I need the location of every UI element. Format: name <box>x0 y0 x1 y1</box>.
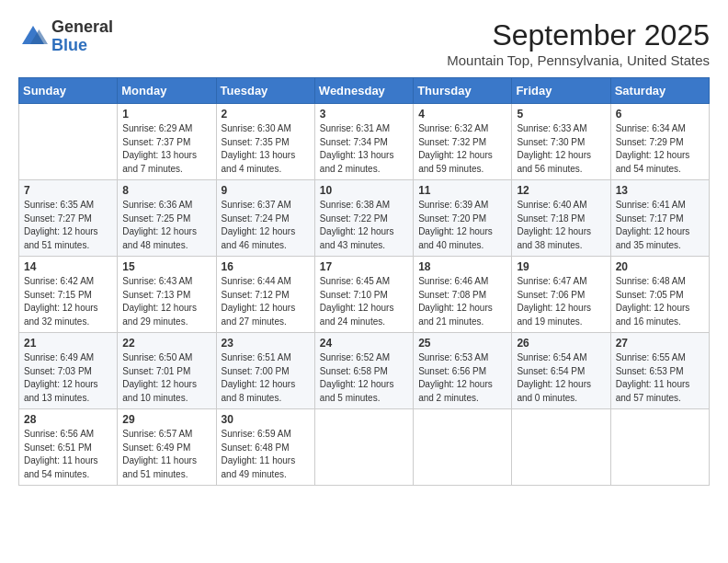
cell-date-number: 30 <box>222 413 310 426</box>
day-of-week-header: Monday <box>118 78 216 104</box>
calendar-cell: 17Sunrise: 6:45 AM Sunset: 7:10 PM Dayli… <box>314 257 413 333</box>
calendar-week-row: 1Sunrise: 6:29 AM Sunset: 7:37 PM Daylig… <box>19 104 710 180</box>
cell-date-number: 1 <box>122 108 210 121</box>
cell-info: Sunrise: 6:33 AM Sunset: 7:30 PM Dayligh… <box>517 122 605 176</box>
cell-date-number: 7 <box>24 184 112 197</box>
cell-info: Sunrise: 6:43 AM Sunset: 7:13 PM Dayligh… <box>122 275 210 328</box>
cell-date-number: 21 <box>24 337 112 350</box>
calendar-cell: 27Sunrise: 6:55 AM Sunset: 6:53 PM Dayli… <box>610 333 709 409</box>
calendar-cell: 23Sunrise: 6:51 AM Sunset: 7:00 PM Dayli… <box>216 333 314 409</box>
day-of-week-header: Wednesday <box>314 78 413 104</box>
day-of-week-header: Tuesday <box>216 78 314 104</box>
cell-info: Sunrise: 6:36 AM Sunset: 7:25 PM Dayligh… <box>122 199 210 252</box>
cell-date-number: 19 <box>517 260 605 273</box>
cell-date-number: 28 <box>24 413 112 426</box>
cell-info: Sunrise: 6:53 AM Sunset: 6:56 PM Dayligh… <box>418 351 506 405</box>
calendar-cell: 7Sunrise: 6:35 AM Sunset: 7:27 PM Daylig… <box>19 180 118 257</box>
cell-info: Sunrise: 6:42 AM Sunset: 7:15 PM Dayligh… <box>24 275 112 328</box>
calendar-cell: 10Sunrise: 6:38 AM Sunset: 7:22 PM Dayli… <box>314 180 413 257</box>
calendar-table: SundayMondayTuesdayWednesdayThursdayFrid… <box>18 77 710 486</box>
calendar-cell <box>414 409 512 486</box>
calendar-cell: 21Sunrise: 6:49 AM Sunset: 7:03 PM Dayli… <box>19 333 118 409</box>
calendar-cell: 6Sunrise: 6:34 AM Sunset: 7:29 PM Daylig… <box>610 104 709 180</box>
cell-date-number: 15 <box>122 260 210 273</box>
cell-date-number: 12 <box>517 184 605 197</box>
cell-date-number: 22 <box>122 337 210 350</box>
calendar-cell: 15Sunrise: 6:43 AM Sunset: 7:13 PM Dayli… <box>118 257 216 333</box>
calendar-cell: 30Sunrise: 6:59 AM Sunset: 6:48 PM Dayli… <box>216 409 314 486</box>
cell-date-number: 27 <box>616 337 704 350</box>
calendar-cell: 11Sunrise: 6:39 AM Sunset: 7:20 PM Dayli… <box>414 180 512 257</box>
logo: General Blue <box>18 18 113 55</box>
cell-info: Sunrise: 6:56 AM Sunset: 6:51 PM Dayligh… <box>24 428 112 481</box>
calendar-week-row: 21Sunrise: 6:49 AM Sunset: 7:03 PM Dayli… <box>19 333 710 409</box>
cell-info: Sunrise: 6:40 AM Sunset: 7:18 PM Dayligh… <box>517 199 605 252</box>
calendar-cell: 13Sunrise: 6:41 AM Sunset: 7:17 PM Dayli… <box>610 180 709 257</box>
cell-info: Sunrise: 6:55 AM Sunset: 6:53 PM Dayligh… <box>616 351 704 405</box>
calendar-cell: 3Sunrise: 6:31 AM Sunset: 7:34 PM Daylig… <box>314 104 413 180</box>
calendar-cell <box>314 409 413 486</box>
cell-date-number: 3 <box>320 108 408 121</box>
cell-info: Sunrise: 6:37 AM Sunset: 7:24 PM Dayligh… <box>222 199 310 252</box>
cell-date-number: 24 <box>320 337 408 350</box>
cell-info: Sunrise: 6:32 AM Sunset: 7:32 PM Dayligh… <box>418 122 506 176</box>
calendar-week-row: 7Sunrise: 6:35 AM Sunset: 7:27 PM Daylig… <box>19 180 710 257</box>
calendar-header-row: SundayMondayTuesdayWednesdayThursdayFrid… <box>19 78 710 104</box>
day-of-week-header: Sunday <box>19 78 118 104</box>
logo-icon <box>18 22 48 52</box>
cell-date-number: 16 <box>222 260 310 273</box>
cell-info: Sunrise: 6:39 AM Sunset: 7:20 PM Dayligh… <box>418 199 506 252</box>
page-header: General Blue September 2025 Mountain Top… <box>18 18 710 68</box>
cell-info: Sunrise: 6:47 AM Sunset: 7:06 PM Dayligh… <box>517 275 605 328</box>
cell-date-number: 13 <box>616 184 704 197</box>
logo-text: General Blue <box>51 18 113 55</box>
cell-date-number: 29 <box>122 413 210 426</box>
cell-info: Sunrise: 6:48 AM Sunset: 7:05 PM Dayligh… <box>616 275 704 328</box>
cell-date-number: 25 <box>418 337 506 350</box>
cell-info: Sunrise: 6:31 AM Sunset: 7:34 PM Dayligh… <box>320 122 408 176</box>
cell-info: Sunrise: 6:41 AM Sunset: 7:17 PM Dayligh… <box>616 199 704 252</box>
cell-info: Sunrise: 6:44 AM Sunset: 7:12 PM Dayligh… <box>222 275 310 328</box>
calendar-cell: 19Sunrise: 6:47 AM Sunset: 7:06 PM Dayli… <box>512 257 610 333</box>
cell-date-number: 10 <box>320 184 408 197</box>
calendar-cell: 28Sunrise: 6:56 AM Sunset: 6:51 PM Dayli… <box>19 409 118 486</box>
cell-date-number: 9 <box>222 184 310 197</box>
day-of-week-header: Friday <box>512 78 610 104</box>
cell-info: Sunrise: 6:52 AM Sunset: 6:58 PM Dayligh… <box>320 351 408 405</box>
cell-info: Sunrise: 6:54 AM Sunset: 6:54 PM Dayligh… <box>517 351 605 405</box>
calendar-cell <box>610 409 709 486</box>
cell-info: Sunrise: 6:49 AM Sunset: 7:03 PM Dayligh… <box>24 351 112 405</box>
cell-info: Sunrise: 6:45 AM Sunset: 7:10 PM Dayligh… <box>320 275 408 328</box>
calendar-cell: 5Sunrise: 6:33 AM Sunset: 7:30 PM Daylig… <box>512 104 610 180</box>
calendar-cell: 4Sunrise: 6:32 AM Sunset: 7:32 PM Daylig… <box>414 104 512 180</box>
calendar-cell: 20Sunrise: 6:48 AM Sunset: 7:05 PM Dayli… <box>610 257 709 333</box>
calendar-cell: 8Sunrise: 6:36 AM Sunset: 7:25 PM Daylig… <box>118 180 216 257</box>
day-of-week-header: Saturday <box>610 78 709 104</box>
calendar-cell: 25Sunrise: 6:53 AM Sunset: 6:56 PM Dayli… <box>414 333 512 409</box>
cell-info: Sunrise: 6:29 AM Sunset: 7:37 PM Dayligh… <box>122 122 210 176</box>
cell-date-number: 2 <box>222 108 310 121</box>
calendar-cell: 24Sunrise: 6:52 AM Sunset: 6:58 PM Dayli… <box>314 333 413 409</box>
calendar-cell: 14Sunrise: 6:42 AM Sunset: 7:15 PM Dayli… <box>19 257 118 333</box>
cell-date-number: 4 <box>418 108 506 121</box>
cell-info: Sunrise: 6:34 AM Sunset: 7:29 PM Dayligh… <box>616 122 704 176</box>
cell-info: Sunrise: 6:30 AM Sunset: 7:35 PM Dayligh… <box>222 122 310 176</box>
calendar-cell: 29Sunrise: 6:57 AM Sunset: 6:49 PM Dayli… <box>118 409 216 486</box>
cell-date-number: 6 <box>616 108 704 121</box>
cell-date-number: 14 <box>24 260 112 273</box>
cell-info: Sunrise: 6:46 AM Sunset: 7:08 PM Dayligh… <box>418 275 506 328</box>
calendar-cell: 9Sunrise: 6:37 AM Sunset: 7:24 PM Daylig… <box>216 180 314 257</box>
day-of-week-header: Thursday <box>414 78 512 104</box>
cell-info: Sunrise: 6:51 AM Sunset: 7:00 PM Dayligh… <box>222 351 310 405</box>
calendar-cell: 26Sunrise: 6:54 AM Sunset: 6:54 PM Dayli… <box>512 333 610 409</box>
cell-info: Sunrise: 6:50 AM Sunset: 7:01 PM Dayligh… <box>122 351 210 405</box>
month-title: September 2025 <box>447 18 710 52</box>
cell-date-number: 5 <box>517 108 605 121</box>
calendar-cell: 22Sunrise: 6:50 AM Sunset: 7:01 PM Dayli… <box>118 333 216 409</box>
cell-date-number: 20 <box>616 260 704 273</box>
calendar-cell: 16Sunrise: 6:44 AM Sunset: 7:12 PM Dayli… <box>216 257 314 333</box>
calendar-cell: 1Sunrise: 6:29 AM Sunset: 7:37 PM Daylig… <box>118 104 216 180</box>
calendar-cell <box>19 104 118 180</box>
calendar-week-row: 28Sunrise: 6:56 AM Sunset: 6:51 PM Dayli… <box>19 409 710 486</box>
calendar-week-row: 14Sunrise: 6:42 AM Sunset: 7:15 PM Dayli… <box>19 257 710 333</box>
